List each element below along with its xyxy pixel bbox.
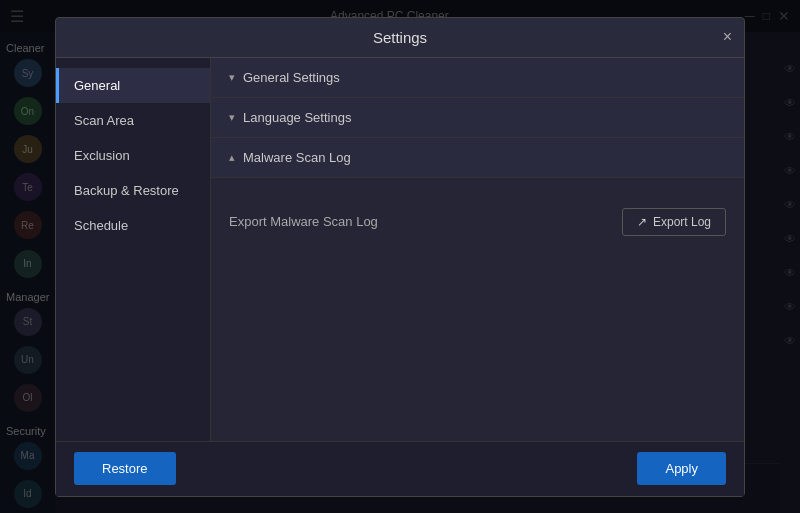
nav-item-schedule[interactable]: Schedule (56, 208, 210, 243)
dialog-footer: Restore Apply (56, 441, 744, 496)
malware-scan-log-chevron: ▴ (229, 151, 235, 164)
malware-scan-log-header[interactable]: ▴ Malware Scan Log (211, 138, 744, 178)
sections-scroll[interactable]: ▾ General Settings ▾ Language Settings ▴… (211, 58, 744, 441)
nav-item-scan-area[interactable]: Scan Area (56, 103, 210, 138)
general-settings-label: General Settings (243, 70, 340, 85)
malware-scan-log-content: Export Malware Scan Log ↗ Export Log (211, 178, 744, 266)
general-settings-header[interactable]: ▾ General Settings (211, 58, 744, 98)
malware-scan-log-label: Malware Scan Log (243, 150, 351, 165)
general-settings-chevron: ▾ (229, 71, 235, 84)
export-log-label: Export Log (653, 215, 711, 229)
settings-dialog: Settings × General Scan Area Exclusion B… (55, 17, 745, 497)
settings-nav: General Scan Area Exclusion Backup & Res… (56, 58, 211, 441)
apply-button[interactable]: Apply (637, 452, 726, 485)
export-row: Export Malware Scan Log ↗ Export Log (229, 198, 726, 246)
export-log-button[interactable]: ↗ Export Log (622, 208, 726, 236)
language-settings-header[interactable]: ▾ Language Settings (211, 98, 744, 138)
nav-item-exclusion[interactable]: Exclusion (56, 138, 210, 173)
export-icon: ↗ (637, 215, 647, 229)
dialog-titlebar: Settings × (56, 18, 744, 58)
nav-item-backup-restore[interactable]: Backup & Restore (56, 173, 210, 208)
language-settings-chevron: ▾ (229, 111, 235, 124)
language-settings-label: Language Settings (243, 110, 351, 125)
restore-button[interactable]: Restore (74, 452, 176, 485)
dialog-title: Settings (373, 29, 427, 46)
modal-overlay: Settings × General Scan Area Exclusion B… (0, 0, 800, 513)
settings-content: ▾ General Settings ▾ Language Settings ▴… (211, 58, 744, 441)
dialog-body: General Scan Area Exclusion Backup & Res… (56, 58, 744, 441)
export-malware-label: Export Malware Scan Log (229, 214, 378, 229)
nav-item-general[interactable]: General (56, 68, 210, 103)
dialog-close-button[interactable]: × (723, 29, 732, 45)
